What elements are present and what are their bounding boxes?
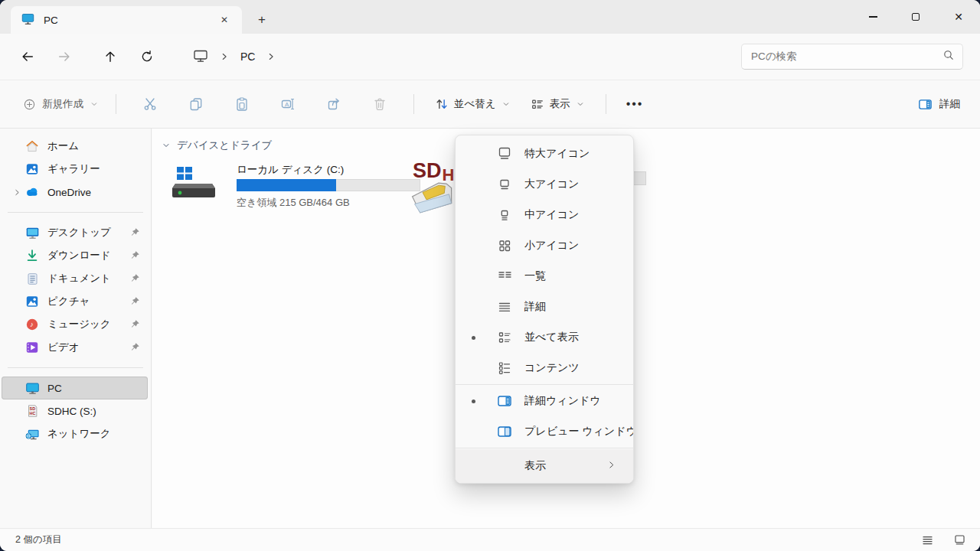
- search-input[interactable]: PCの検索: [741, 44, 963, 70]
- menu-separator: [456, 448, 633, 448]
- drive-c-usage-bar: [237, 179, 420, 191]
- item-count-label: 2 個の項目: [15, 533, 62, 546]
- menu-item-preview-pane[interactable]: プレビュー ウィンドウ: [456, 416, 633, 447]
- back-button[interactable]: [14, 43, 41, 70]
- share-icon: [326, 96, 341, 112]
- search-icon[interactable]: [942, 49, 955, 64]
- navigation-bar: PC PCの検索: [0, 34, 980, 80]
- breadcrumb-item-pc[interactable]: PC: [234, 47, 261, 66]
- pin-icon: [130, 227, 140, 240]
- toolbar-separator: [413, 94, 414, 114]
- close-button[interactable]: ✕: [937, 0, 980, 34]
- minimize-button[interactable]: [851, 0, 894, 34]
- pc-monitor-icon: [21, 12, 34, 28]
- details-pane-icon: [497, 393, 512, 409]
- home-icon: [24, 139, 40, 154]
- menu-item-list[interactable]: 一覧: [456, 261, 633, 292]
- sidebar-item-documents[interactable]: ドキュメント: [2, 267, 148, 290]
- minimize-icon: [869, 16, 877, 17]
- menu-item-details[interactable]: 詳細: [456, 292, 633, 322]
- more-options-button[interactable]: •••: [617, 93, 653, 116]
- sidebar-item-pictures[interactable]: ピクチャ: [2, 290, 148, 313]
- copy-button[interactable]: [181, 89, 211, 119]
- large-icons-icon: [953, 533, 966, 546]
- details-pane-label: 詳細: [939, 97, 960, 111]
- network-icon: [24, 426, 40, 442]
- sidebar-divider: [8, 367, 143, 368]
- tiles-view-icon: [497, 330, 512, 345]
- new-button[interactable]: 新規作成: [17, 93, 105, 116]
- breadcrumb: PC: [187, 45, 276, 69]
- chevron-down-icon: [576, 99, 585, 109]
- copy-icon: [188, 96, 204, 112]
- menu-item-tiles[interactable]: 並べて表示: [456, 322, 633, 353]
- details-view-toggle[interactable]: [917, 532, 937, 549]
- cut-button[interactable]: [135, 89, 165, 119]
- sidebar-item-network[interactable]: ネットワーク: [2, 422, 148, 445]
- sidebar-item-downloads[interactable]: ダウンロード: [2, 244, 148, 267]
- small-icons-icon: [497, 238, 512, 253]
- menu-item-show-submenu[interactable]: 表示: [456, 449, 633, 483]
- new-tab-button[interactable]: +: [251, 11, 273, 29]
- plus-circle-icon: [23, 98, 36, 111]
- sidebar-item-music[interactable]: ♪ ミュージック: [2, 313, 148, 336]
- menu-item-large-icons[interactable]: 大アイコン: [456, 169, 633, 200]
- up-arrow-icon: [103, 50, 117, 64]
- sidebar-item-onedrive[interactable]: OneDrive: [2, 181, 148, 204]
- share-button[interactable]: [318, 89, 349, 119]
- drive-c-name: ローカル ディスク (C:): [237, 163, 344, 177]
- menu-item-small-icons[interactable]: 小アイコン: [456, 230, 633, 261]
- paste-button[interactable]: [227, 89, 257, 119]
- sidebar-item-sdhc[interactable]: SDHC SDHC (S:): [2, 399, 148, 422]
- back-arrow-icon: [21, 50, 34, 64]
- pc-monitor-icon: [24, 380, 40, 396]
- breadcrumb-pc-icon[interactable]: [187, 45, 214, 69]
- chevron-right-icon: [219, 51, 230, 62]
- sidebar-item-videos[interactable]: ビデオ: [2, 336, 148, 359]
- sort-button[interactable]: 並べ替え: [428, 92, 518, 116]
- sd-card-icon: SDHC: [24, 403, 40, 419]
- maximize-button[interactable]: [894, 0, 937, 34]
- large-icons-view-toggle[interactable]: [949, 532, 969, 549]
- up-button[interactable]: [96, 43, 124, 70]
- pictures-icon: [24, 294, 40, 309]
- desktop-icon: [24, 225, 40, 240]
- forward-arrow-icon: [57, 50, 71, 64]
- forward-button[interactable]: [51, 43, 78, 70]
- pin-icon: [130, 319, 140, 331]
- menu-item-content[interactable]: コンテンツ: [456, 353, 633, 383]
- menu-item-medium-icons[interactable]: 中アイコン: [456, 200, 633, 230]
- videos-icon: [24, 340, 40, 355]
- section-devices-and-drives[interactable]: デバイスとドライブ: [162, 139, 272, 152]
- c-drive-usage-fill: [237, 179, 336, 191]
- menu-item-extra-large-icons[interactable]: 特大アイコン: [456, 139, 633, 169]
- svg-text:♪: ♪: [30, 320, 34, 328]
- status-view-toggles: [917, 532, 969, 549]
- preview-pane-icon: [497, 424, 512, 439]
- tab-pc[interactable]: PC ✕: [11, 6, 242, 34]
- tab-close-icon[interactable]: ✕: [214, 10, 234, 30]
- onedrive-icon: [24, 184, 40, 200]
- view-button[interactable]: 表示: [524, 92, 592, 116]
- sidebar-item-pc[interactable]: PC: [2, 377, 148, 399]
- refresh-button[interactable]: [133, 43, 161, 70]
- pin-icon: [130, 250, 140, 262]
- pin-icon: [130, 273, 140, 285]
- hard-drive-icon: [171, 165, 217, 205]
- extra-large-icons-icon: [497, 146, 512, 161]
- rename-button[interactable]: A: [273, 89, 303, 119]
- sidebar-item-home[interactable]: ホーム: [2, 135, 148, 158]
- expand-chevron-icon[interactable]: [11, 188, 23, 197]
- drive-c-tile[interactable]: ローカル ディスク (C:) 空き領域 215 GB/464 GB: [169, 159, 407, 207]
- sidebar-item-gallery[interactable]: ギャラリー: [2, 158, 148, 181]
- chevron-right-icon[interactable]: [266, 51, 276, 62]
- menu-item-details-pane[interactable]: 詳細ウィンドウ: [456, 386, 633, 416]
- submenu-arrow-icon: [606, 459, 616, 473]
- selected-bullet-icon: [472, 336, 475, 340]
- delete-button[interactable]: [364, 89, 395, 119]
- maximize-icon: [912, 13, 920, 21]
- sidebar-item-desktop[interactable]: デスクトップ: [2, 221, 148, 244]
- toolbar-separator: [116, 94, 116, 114]
- cut-icon: [142, 96, 158, 112]
- details-pane-toggle[interactable]: 詳細: [918, 97, 960, 112]
